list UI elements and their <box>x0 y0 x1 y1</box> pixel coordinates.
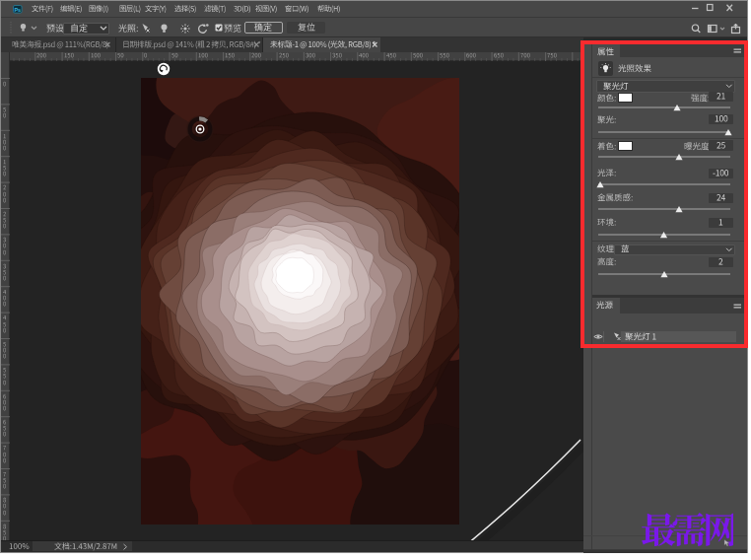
svg-text:Ps: Ps <box>14 6 21 12</box>
